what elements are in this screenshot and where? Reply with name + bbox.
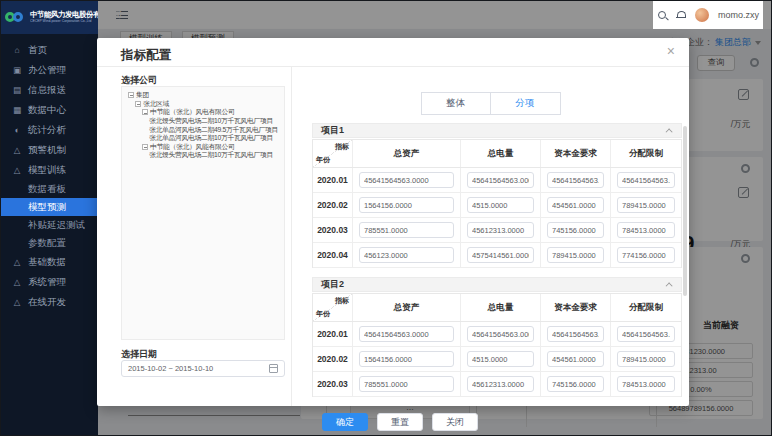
close-icon[interactable]: ×	[667, 44, 675, 58]
tree-expander-icon[interactable]	[142, 109, 148, 115]
sidebar: 中节能风力发电股份有限公司 CECEP Wind-power Corporati…	[1, 1, 98, 436]
sidebar-item-label: 模型训练	[28, 164, 66, 177]
indicator-input[interactable]	[467, 172, 534, 188]
model-icon: △	[12, 165, 22, 175]
indicator-input[interactable]	[547, 351, 604, 367]
tab-active[interactable]: 分项	[491, 92, 561, 115]
table-corner-cell: 指标年份	[313, 294, 353, 321]
calendar-icon	[269, 364, 278, 373]
table-corner-cell: 指标年份	[313, 140, 353, 167]
indicator-input[interactable]	[467, 222, 534, 238]
column-header-label: 资本金要求	[554, 302, 597, 314]
table-row: 2020.03	[313, 372, 681, 397]
indicator-input[interactable]	[617, 376, 675, 392]
value-cell	[353, 372, 461, 396]
secondary-button[interactable]: 重置	[377, 413, 423, 431]
sidebar-item-label: 系统管理	[28, 276, 66, 289]
sidebar-item-base-data[interactable]: △基础数据	[1, 252, 98, 272]
sidebar-item-data-center[interactable]: ▦数据中心	[1, 100, 98, 120]
company-logo-icon	[5, 11, 27, 25]
table-column-header: 总电量	[461, 140, 541, 167]
period-label: 2020.03	[317, 379, 348, 389]
sidebar-item-model[interactable]: △模型训练	[1, 160, 98, 180]
indicator-input[interactable]	[547, 197, 604, 213]
column-header-label: 总资产	[394, 302, 420, 314]
project-table: 指标年份总资产总电量资本金要求分配限制2020.012020.022020.03…	[312, 139, 682, 268]
value-cell	[541, 243, 611, 267]
username[interactable]: momo.zxy	[718, 10, 759, 20]
indicator-input[interactable]	[359, 376, 454, 392]
sidebar-subitem[interactable]: 参数配置	[1, 234, 98, 252]
table-header-row: 指标年份总资产总电量资本金要求分配限制	[313, 294, 681, 322]
table-column-header: 资本金要求	[541, 140, 611, 167]
project-section-header[interactable]: 项目2	[312, 277, 682, 292]
indicator-input[interactable]	[617, 351, 675, 367]
tree-expander-icon[interactable]	[135, 101, 141, 107]
sidebar-item-stats[interactable]: ◐统计分析	[1, 120, 98, 140]
column-header-label: 总电量	[488, 148, 514, 160]
indicator-input[interactable]	[617, 197, 675, 213]
table-column-header: 资本金要求	[541, 294, 611, 321]
sidebar-item-alert[interactable]: △预警机制	[1, 140, 98, 160]
indicator-input[interactable]	[359, 172, 454, 188]
sidebar-subitem[interactable]: 模型预测	[1, 198, 98, 216]
tree-node[interactable]: 张北馒头营风电场二期10万千瓦风电厂项目	[122, 151, 284, 160]
sidebar-subitem[interactable]: 数据看板	[1, 180, 98, 198]
indicator-input[interactable]	[547, 247, 604, 263]
corner-label-year: 年份	[316, 155, 330, 165]
indicator-input[interactable]	[359, 351, 454, 367]
value-cell	[461, 218, 541, 242]
indicator-input[interactable]	[359, 197, 454, 213]
column-header-label: 资本金要求	[554, 148, 597, 160]
bell-icon[interactable]	[677, 10, 686, 20]
indicator-input[interactable]	[467, 326, 534, 342]
indicator-input[interactable]	[359, 326, 454, 342]
header-right: momo.zxy	[653, 1, 763, 29]
indicator-input[interactable]	[547, 172, 604, 188]
tab-inactive[interactable]: 整体	[421, 92, 491, 115]
indicator-input[interactable]	[467, 376, 534, 392]
indicator-input[interactable]	[467, 247, 534, 263]
home-icon: ⌂	[12, 45, 22, 55]
indicator-input[interactable]	[467, 351, 534, 367]
projects-container: 项目1指标年份总资产总电量资本金要求分配限制2020.012020.022020…	[312, 123, 682, 406]
sidebar-item-message[interactable]: ▤信息报送	[1, 80, 98, 100]
avatar[interactable]	[695, 8, 709, 22]
tree-expander-icon[interactable]	[128, 92, 134, 98]
sidebar-item-dev[interactable]: △在线开发	[1, 292, 98, 312]
period-cell: 2020.04	[313, 243, 353, 267]
project-section-header[interactable]: 项目1	[312, 123, 682, 138]
indicator-input[interactable]	[547, 222, 604, 238]
value-cell	[611, 347, 681, 371]
date-range-input[interactable]: 2015-10-02 ~ 2015-10-10	[121, 360, 285, 377]
indicator-input[interactable]	[617, 222, 675, 238]
confirm-button[interactable]: 确定	[322, 413, 368, 431]
project-table: 指标年份总资产总电量资本金要求分配限制2020.012020.022020.03	[312, 293, 682, 397]
indicator-input[interactable]	[467, 197, 534, 213]
indicator-input[interactable]	[617, 247, 675, 263]
app-window: momo.zxy 模型训练 模型预测 当前企业： 集团总部 查询 /万元 48 …	[0, 0, 772, 436]
indicator-input[interactable]	[359, 222, 454, 238]
value-cell	[353, 168, 461, 192]
period-label: 2020.03	[317, 225, 348, 235]
indicator-input[interactable]	[617, 326, 675, 342]
secondary-button[interactable]: 关闭	[432, 413, 478, 431]
sidebar-item-office[interactable]: ▣办公管理	[1, 60, 98, 80]
indicator-input[interactable]	[547, 376, 604, 392]
search-icon[interactable]	[657, 10, 668, 21]
sidebar-subitem[interactable]: 补贴延迟测试	[1, 216, 98, 234]
chevron-up-icon[interactable]	[666, 282, 673, 289]
indicator-input[interactable]	[359, 247, 454, 263]
sidebar-item-home[interactable]: ⌂首页	[1, 40, 98, 60]
indicator-input[interactable]	[617, 172, 675, 188]
tree-expander-icon[interactable]	[142, 144, 148, 150]
table-column-header: 总资产	[353, 140, 461, 167]
corner-label-year: 年份	[316, 309, 330, 319]
corner-label-indicator: 指标	[335, 296, 349, 306]
chevron-up-icon[interactable]	[666, 128, 673, 135]
column-header-label: 总资产	[394, 148, 420, 160]
indicator-input[interactable]	[547, 326, 604, 342]
alert-icon: △	[12, 145, 22, 155]
scrollbar[interactable]	[683, 126, 687, 296]
sidebar-item-system[interactable]: △系统管理	[1, 272, 98, 292]
